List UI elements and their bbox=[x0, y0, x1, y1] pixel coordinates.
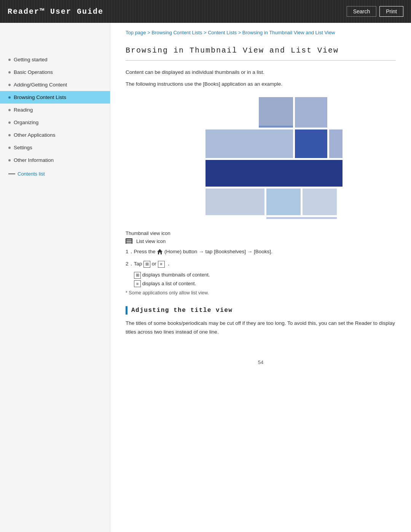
sidebar-dot bbox=[8, 71, 11, 73]
sidebar: Getting started Basic Operations Adding/… bbox=[0, 23, 110, 532]
section-bar-icon bbox=[126, 306, 127, 315]
list-icon-inline: ≡ bbox=[134, 280, 141, 287]
section-adjusting-title: Adjusting the title view bbox=[126, 306, 396, 315]
sidebar-dot bbox=[8, 121, 11, 124]
sidebar-item-browsing-content-lists[interactable]: Browsing Content Lists bbox=[0, 91, 110, 104]
page-number: 54 bbox=[126, 359, 396, 365]
contents-list-label: Contents list bbox=[18, 171, 45, 177]
sidebar-item-label: Basic Operations bbox=[14, 69, 53, 75]
list-view-label-row: List view icon bbox=[126, 238, 396, 244]
arrow-icon2: → bbox=[247, 249, 253, 254]
section2-body: The titles of some books/periodicals may… bbox=[126, 319, 396, 337]
svg-rect-2 bbox=[206, 129, 293, 158]
header-buttons: Search Print bbox=[347, 6, 403, 17]
breadcrumb: Top page > Browsing Content Lists > Cont… bbox=[126, 30, 396, 35]
thumbnail-view-label-row: Thumbnail view icon bbox=[126, 230, 396, 236]
main-content: Top page > Browsing Content Lists > Cont… bbox=[110, 23, 411, 532]
sidebar-item-reading[interactable]: Reading bbox=[0, 104, 110, 116]
section2-title: Adjusting the title view bbox=[131, 307, 233, 314]
breadcrumb-content-lists[interactable]: Content Lists bbox=[208, 30, 237, 35]
svg-rect-0 bbox=[259, 97, 293, 128]
list-view-label: List view icon bbox=[136, 238, 166, 244]
print-button[interactable]: Print bbox=[379, 6, 403, 17]
sidebar-item-adding-content[interactable]: Adding/Getting Content bbox=[0, 78, 110, 91]
breadcrumb-top[interactable]: Top page bbox=[126, 30, 146, 35]
svg-rect-6 bbox=[206, 189, 264, 215]
step-2-detail2: ≡ displays a list of content. bbox=[134, 280, 396, 288]
breadcrumb-current: Browsing in Thumbnail View and List View bbox=[242, 30, 335, 35]
sidebar-dot-active bbox=[8, 96, 11, 99]
thumbnail-icon-inline: ⊞ bbox=[134, 272, 141, 279]
svg-rect-4 bbox=[329, 129, 342, 158]
thumbnail-illustration bbox=[126, 97, 396, 219]
search-button[interactable]: Search bbox=[347, 6, 376, 17]
sidebar-item-label: Organizing bbox=[14, 120, 38, 125]
svg-rect-5 bbox=[206, 160, 342, 187]
sidebar-item-settings[interactable]: Settings bbox=[0, 141, 110, 154]
sidebar-dot bbox=[8, 59, 11, 61]
contents-list-link[interactable]: Contents list bbox=[0, 166, 110, 177]
breadcrumb-browsing-content-lists[interactable]: Browsing Content Lists bbox=[151, 30, 202, 35]
sidebar-dot bbox=[8, 84, 11, 86]
header: Reader™ User Guide Search Print bbox=[0, 0, 411, 23]
arrow-icon: → bbox=[199, 249, 204, 254]
sidebar-item-getting-started[interactable]: Getting started bbox=[0, 53, 110, 66]
sidebar-item-label: Other Applications bbox=[14, 132, 56, 138]
sidebar-item-other-applications[interactable]: Other Applications bbox=[0, 129, 110, 141]
home-icon bbox=[157, 249, 163, 255]
sidebar-item-label: Settings bbox=[14, 145, 32, 150]
sidebar-item-basic-operations[interactable]: Basic Operations bbox=[0, 66, 110, 78]
svg-rect-3 bbox=[295, 129, 327, 158]
intro-line2: The following instructions use the [Book… bbox=[126, 80, 396, 89]
svg-rect-12 bbox=[126, 240, 132, 240]
svg-marker-15 bbox=[157, 249, 162, 254]
contents-list-bar-icon bbox=[8, 173, 15, 174]
app-title: Reader™ User Guide bbox=[8, 7, 104, 16]
thumbnail-svg bbox=[179, 97, 342, 219]
step-2-detail1: ⊞ displays thumbnails of content. bbox=[134, 271, 396, 279]
sidebar-item-label: Reading bbox=[14, 107, 33, 113]
note-text: * Some applications only allow list view… bbox=[126, 290, 396, 296]
sidebar-item-label: Adding/Getting Content bbox=[14, 82, 67, 88]
sidebar-item-other-information[interactable]: Other Information bbox=[0, 154, 110, 166]
thumbnail-icon-box: ⊞ bbox=[143, 261, 150, 268]
svg-rect-1 bbox=[295, 97, 327, 128]
step-1: 1．Press the (Home) button → tap [Bookshe… bbox=[126, 247, 396, 256]
thumbnail-view-label: Thumbnail view icon bbox=[126, 230, 170, 236]
svg-rect-7 bbox=[266, 189, 301, 215]
page-title: Browsing in Thumbnail View and List View bbox=[126, 46, 396, 61]
sidebar-item-label: Browsing Content Lists bbox=[14, 94, 66, 100]
svg-rect-10 bbox=[259, 126, 293, 128]
list-view-icon bbox=[126, 238, 132, 244]
list-icon-box: ≡ bbox=[158, 261, 165, 268]
svg-rect-14 bbox=[126, 243, 132, 243]
sidebar-dot bbox=[8, 147, 11, 149]
intro-line1: Content can be displayed as individual t… bbox=[126, 68, 396, 77]
layout: Getting started Basic Operations Adding/… bbox=[0, 23, 411, 532]
sidebar-dot bbox=[8, 109, 11, 111]
sidebar-item-label: Other Information bbox=[14, 157, 54, 163]
sidebar-item-label: Getting started bbox=[14, 57, 48, 62]
sidebar-dot bbox=[8, 134, 11, 136]
svg-rect-9 bbox=[266, 217, 337, 219]
sidebar-item-organizing[interactable]: Organizing bbox=[0, 116, 110, 129]
svg-rect-13 bbox=[126, 241, 132, 242]
step-2: 2．Tap ⊞ or ≡ ． bbox=[126, 259, 396, 268]
svg-rect-8 bbox=[303, 189, 337, 215]
sidebar-dot bbox=[8, 159, 11, 161]
